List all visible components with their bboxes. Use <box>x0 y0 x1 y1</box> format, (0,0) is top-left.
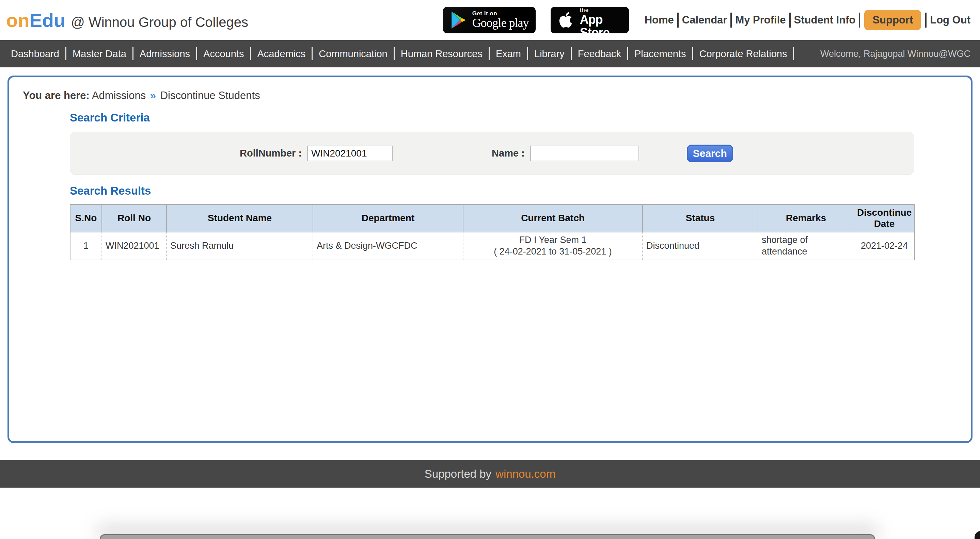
app-store-badge[interactable]: Download on the App Store <box>550 7 629 33</box>
nav-item-admissions[interactable]: Admissions <box>134 48 196 60</box>
page-footer: Supported by winnou.com <box>0 460 980 488</box>
search-results-table: S.No Roll No Student Name Department Cur… <box>70 204 915 260</box>
nav-item-feedback[interactable]: Feedback <box>572 48 627 60</box>
logo-suffix: @ Winnou Group of Colleges <box>71 14 248 30</box>
column-header-status: Status <box>643 205 758 232</box>
google-play-badge[interactable]: Get it on Google play <box>443 7 536 33</box>
support-button[interactable]: Support <box>864 10 921 30</box>
header-link-my-profile[interactable]: My Profile <box>732 14 789 26</box>
column-header-department: Department <box>313 205 463 232</box>
breadcrumb-page: Discontinue Students <box>161 89 260 101</box>
header-nav: Home Calendar My Profile Student Info Su… <box>641 10 974 30</box>
header-link-support[interactable]: Support <box>872 14 913 26</box>
table-header-row: S.No Roll No Student Name Department Cur… <box>70 205 915 232</box>
nav-item-library[interactable]: Library <box>528 48 571 60</box>
column-header-remarks: Remarks <box>758 205 854 232</box>
logo-on: on <box>6 9 29 31</box>
current-batch-line1: FD I Year Sem 1 <box>467 235 639 246</box>
main-navbar: Dashboard Master Data Admissions Account… <box>0 40 980 67</box>
cell-sno: 1 <box>70 232 102 260</box>
header-link-calendar[interactable]: Calendar <box>679 14 731 26</box>
nav-separator <box>793 47 794 60</box>
window-corner <box>975 531 980 539</box>
footer-supported-by: Supported by <box>425 468 492 480</box>
search-results-title: Search Results <box>70 184 971 197</box>
logo-edu: Edu <box>29 9 65 31</box>
app-header: onEdu @ Winnou Group of Colleges Get it … <box>0 0 980 40</box>
store-badges: Get it on Google play Download on the Ap… <box>443 7 629 33</box>
nav-item-master-data[interactable]: Master Data <box>67 48 132 60</box>
content-panel: You are here: Admissions » Discontinue S… <box>8 76 972 443</box>
header-link-log-out[interactable]: Log Out <box>926 14 974 26</box>
nav-item-human-resources[interactable]: Human Resources <box>395 48 488 60</box>
app-logo: onEdu @ Winnou Group of Colleges <box>6 9 248 31</box>
name-input[interactable] <box>530 146 639 161</box>
nav-item-academics[interactable]: Academics <box>251 48 312 60</box>
nav-item-corporate-relations[interactable]: Corporate Relations <box>693 48 794 60</box>
header-separator <box>859 13 860 28</box>
app-store-store-name: App Store <box>580 13 622 39</box>
cell-student-name: Suresh Ramulu <box>167 232 313 260</box>
breadcrumb-chevron-icon: » <box>149 89 158 101</box>
search-criteria-title: Search Criteria <box>70 111 971 124</box>
app-store-tagline: Download on the <box>580 1 622 13</box>
column-header-student-name: Student Name <box>167 205 313 232</box>
cell-current-batch: FD I Year Sem 1 ( 24-02-2021 to 31-05-20… <box>463 232 643 260</box>
header-link-home[interactable]: Home <box>641 14 677 26</box>
column-header-current-batch: Current Batch <box>463 205 643 232</box>
breadcrumb-prefix: You are here: <box>23 89 89 101</box>
rollnumber-input[interactable] <box>307 146 393 161</box>
column-header-sno: S.No <box>70 205 102 232</box>
breadcrumb: You are here: Admissions » Discontinue S… <box>9 77 971 102</box>
column-header-roll-no: Roll No <box>102 205 167 232</box>
cell-department: Arts & Design-WGCFDC <box>313 232 463 260</box>
table-row: 1 WIN2021001 Suresh Ramulu Arts & Design… <box>70 232 915 260</box>
cell-status: Discontinued <box>643 232 758 260</box>
nav-item-dashboard[interactable]: Dashboard <box>5 48 65 60</box>
cell-remarks: shortage of attendance <box>758 232 854 260</box>
search-criteria-box: RollNumber : Name : Search <box>70 132 914 175</box>
header-link-student-info[interactable]: Student Info <box>791 14 859 26</box>
search-button[interactable]: Search <box>687 144 733 162</box>
google-play-icon <box>450 11 468 30</box>
breadcrumb-section[interactable]: Admissions <box>92 89 146 101</box>
welcome-user-text: Welcome, Rajagopal Winnou@WGC <box>820 49 975 59</box>
dock-bar <box>100 534 875 539</box>
footer-winnou-link[interactable]: winnou.com <box>495 468 555 480</box>
rollnumber-label: RollNumber : <box>240 148 302 159</box>
nav-item-accounts[interactable]: Accounts <box>197 48 250 60</box>
name-label: Name : <box>492 148 525 159</box>
current-batch-line2: ( 24-02-2021 to 31-05-2021 ) <box>467 246 639 258</box>
column-header-discontinue-date: Discontinue Date <box>854 205 915 232</box>
nav-item-communication[interactable]: Communication <box>313 48 393 60</box>
apple-icon <box>557 11 575 30</box>
nav-item-exam[interactable]: Exam <box>490 48 527 60</box>
cell-roll-no: WIN2021001 <box>102 232 167 260</box>
google-play-store-name: Google play <box>472 17 529 30</box>
nav-item-placements[interactable]: Placements <box>628 48 692 60</box>
navbar-items: Dashboard Master Data Admissions Account… <box>5 47 794 60</box>
cell-discontinue-date: 2021-02-24 <box>854 232 915 260</box>
